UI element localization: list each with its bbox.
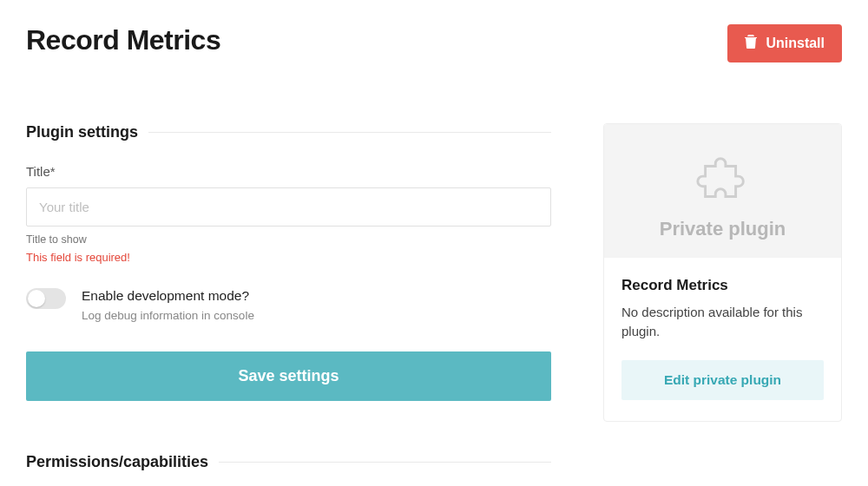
plugin-settings-heading: Plugin settings: [26, 123, 551, 141]
puzzle-icon: [693, 148, 753, 209]
plugin-info-card: Private plugin Record Metrics No descrip…: [603, 123, 842, 422]
dev-mode-label: Enable development mode?: [82, 288, 254, 304]
card-plugin-title: Record Metrics: [621, 277, 824, 294]
title-error: This field is required!: [26, 251, 551, 264]
uninstall-button[interactable]: Uninstall: [727, 24, 842, 62]
toggle-knob: [28, 290, 45, 307]
uninstall-label: Uninstall: [766, 36, 825, 51]
edit-private-plugin-button[interactable]: Edit private plugin: [621, 360, 824, 400]
permissions-heading: Permissions/capabilities: [26, 453, 551, 471]
title-label: Title*: [26, 164, 551, 179]
card-plugin-description: No description available for this plugin…: [621, 303, 824, 341]
dev-mode-help: Log debug information in console: [82, 309, 254, 322]
page-title: Record Metrics: [26, 24, 220, 56]
trash-icon: [745, 35, 757, 52]
title-input[interactable]: [26, 187, 551, 227]
save-settings-button[interactable]: Save settings: [26, 351, 551, 401]
title-field-group: Title* Title to show This field is requi…: [26, 164, 551, 264]
dev-mode-toggle[interactable]: [26, 288, 66, 309]
private-plugin-badge: Private plugin: [613, 218, 832, 240]
title-helper: Title to show: [26, 233, 551, 246]
